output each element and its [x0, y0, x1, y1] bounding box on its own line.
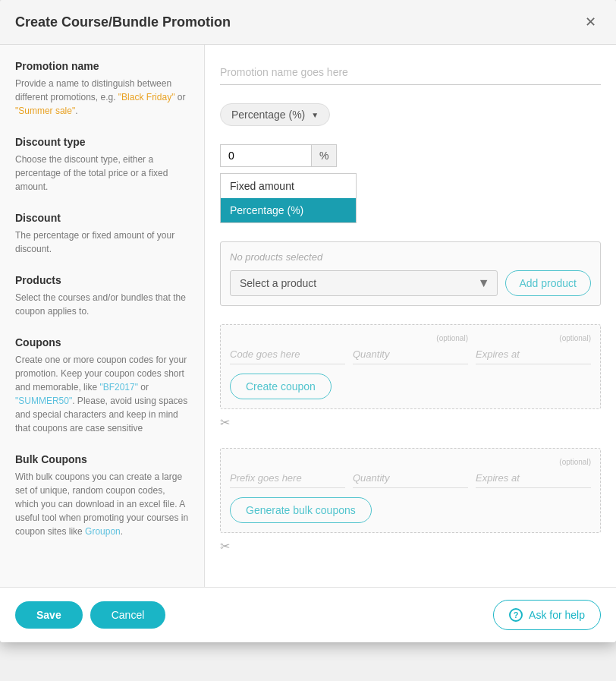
promotion-name-section-right	[220, 60, 601, 85]
discount-type-value: Percentage (%)	[231, 109, 305, 121]
bulk-scissors-divider: ✂	[220, 539, 601, 553]
modal-container: Create Course/Bundle Promotion ✕ Promoti…	[0, 0, 616, 642]
coupon-expires-field: (optional)	[476, 334, 591, 364]
bulk-expires-input[interactable]	[476, 468, 591, 488]
product-select[interactable]: Select a product	[230, 270, 498, 296]
discount-type-section-right: Percentage (%) ▼	[220, 103, 601, 126]
discount-desc: The percentage or fixed amount of your d…	[15, 229, 189, 256]
bulk-quantity-input[interactable]	[353, 468, 468, 488]
bulk-coupons-section-right: (optional) Generate bulk coupons ✂	[220, 448, 601, 553]
promotion-name-label: Promotion name	[15, 60, 189, 72]
close-button[interactable]: ✕	[580, 12, 601, 32]
discount-value-input[interactable]	[220, 144, 311, 167]
coupons-section-right: (optional) (optional) Create coupon ✂	[220, 324, 601, 430]
chevron-down-icon: ▼	[311, 111, 319, 119]
discount-type-dropdown[interactable]: Percentage (%) ▼	[220, 103, 330, 126]
product-select-wrapper: Select a product ▼	[230, 270, 498, 296]
discount-option-percentage[interactable]: Percentage (%)	[221, 198, 356, 222]
bulk-quantity-field	[353, 468, 468, 488]
modal-body: Promotion name Provide a name to disting…	[0, 45, 616, 587]
promotion-name-input[interactable]	[220, 60, 601, 85]
discount-option-fixed[interactable]: Fixed amount	[221, 174, 356, 198]
coupon-expires-input[interactable]	[476, 345, 591, 364]
ask-help-label: Ask for help	[529, 609, 585, 621]
bulk-prefix-input[interactable]	[230, 468, 345, 488]
bulk-expires-optional-label: (optional)	[476, 458, 591, 466]
ask-for-help-button[interactable]: ? Ask for help	[493, 600, 601, 630]
coupon-code-field	[230, 345, 345, 364]
coupon-expires-optional-label: (optional)	[476, 334, 591, 342]
bulk-coupons-section-left: Bulk Coupons With bulk coupons you can c…	[15, 453, 189, 538]
generate-bulk-button[interactable]: Generate bulk coupons	[230, 497, 372, 523]
coupon-quantity-optional-label: (optional)	[353, 334, 468, 342]
bulk-prefix-field	[230, 468, 345, 488]
products-section-left: Products Select the courses and/or bundl…	[15, 274, 189, 318]
discount-unit-label: %	[311, 144, 337, 167]
coupon-code-input[interactable]	[230, 345, 345, 364]
bulk-coupons-desc: With bulk coupons you can create a large…	[15, 470, 189, 538]
bulk-coupon-inputs-row: (optional)	[230, 458, 591, 488]
products-label: Products	[15, 274, 189, 286]
bulk-coupons-label: Bulk Coupons	[15, 453, 189, 465]
save-button[interactable]: Save	[15, 601, 83, 629]
coupons-desc: Create one or more coupon codes for your…	[15, 353, 189, 435]
discount-label: Discount	[15, 212, 189, 224]
products-box: No products selected Select a product ▼ …	[220, 241, 601, 306]
discount-section-right: % Fixed amount Percentage (%)	[220, 144, 601, 223]
product-select-row: Select a product ▼ Add product	[230, 270, 591, 296]
discount-section-left: Discount The percentage or fixed amount …	[15, 212, 189, 256]
modal-footer: Save Cancel ? Ask for help	[0, 587, 616, 642]
products-section-right: No products selected Select a product ▼ …	[220, 241, 601, 306]
promotion-name-section-left: Promotion name Provide a name to disting…	[15, 60, 189, 118]
scissors-divider: ✂	[220, 415, 601, 430]
cancel-button[interactable]: Cancel	[90, 601, 166, 629]
create-coupon-button[interactable]: Create coupon	[230, 374, 332, 399]
products-desc: Select the courses and/or bundles that t…	[15, 291, 189, 318]
coupon-quantity-input[interactable]	[353, 345, 468, 364]
left-panel: Promotion name Provide a name to disting…	[0, 45, 205, 587]
coupons-label: Coupons	[15, 336, 189, 348]
coupons-section-left: Coupons Create one or more coupon codes …	[15, 336, 189, 435]
coupon-inputs-row: (optional) (optional)	[230, 334, 591, 364]
discount-type-desc: Choose the discount type, either a perce…	[15, 153, 189, 194]
discount-type-menu: Fixed amount Percentage (%)	[220, 173, 357, 223]
coupons-dashed-box: (optional) (optional) Create coupon	[220, 324, 601, 409]
discount-input-row: %	[220, 144, 601, 167]
modal-title: Create Course/Bundle Promotion	[15, 14, 231, 30]
no-products-text: No products selected	[230, 251, 591, 263]
right-panel: Percentage (%) ▼ % Fixed amount Percenta…	[205, 45, 616, 587]
discount-type-label: Discount type	[15, 136, 189, 148]
scissors-icon-bulk: ✂	[220, 539, 230, 553]
add-product-button[interactable]: Add product	[505, 270, 592, 296]
promotion-name-desc: Provide a name to distinguish between di…	[15, 77, 189, 118]
discount-type-section-left: Discount type Choose the discount type, …	[15, 136, 189, 194]
bulk-expires-field: (optional)	[476, 458, 591, 488]
coupon-quantity-field: (optional)	[353, 334, 468, 364]
modal-header: Create Course/Bundle Promotion ✕	[0, 0, 616, 45]
scissors-icon: ✂	[220, 415, 230, 430]
help-circle-icon: ?	[509, 608, 523, 622]
bulk-coupons-dashed-box: (optional) Generate bulk coupons	[220, 448, 601, 533]
